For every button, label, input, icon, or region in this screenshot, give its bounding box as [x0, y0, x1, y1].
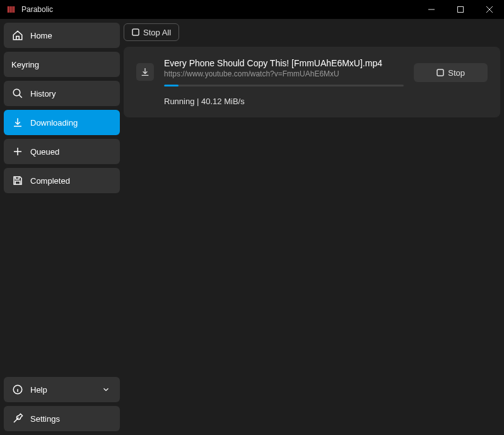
main-layout: Home Keyring History Downloading: [0, 19, 504, 435]
titlebar: Parabolic: [0, 0, 504, 19]
sidebar-item-label: Help: [30, 385, 47, 395]
download-title: Every Phone Should Copy This! [FmmUAhE6M…: [164, 58, 404, 68]
sidebar-item-label: Keyring: [11, 60, 39, 69]
svg-rect-8: [437, 69, 443, 76]
stop-all-label: Stop All: [143, 28, 171, 37]
sidebar-item-help[interactable]: Help: [4, 377, 120, 402]
sidebar-item-label: History: [30, 89, 56, 98]
stop-icon: [132, 28, 139, 36]
window-controls: [417, 0, 504, 19]
toolbar: Stop All: [124, 23, 500, 42]
minimize-button[interactable]: [417, 0, 446, 19]
download-status: Running | 40.12 MiB/s: [164, 97, 488, 106]
progress-fill: [164, 85, 179, 86]
home-icon: [11, 29, 24, 42]
sidebar-item-downloading[interactable]: Downloading: [4, 110, 120, 135]
svg-rect-0: [8, 6, 9, 13]
sidebar: Home Keyring History Downloading: [4, 23, 120, 431]
sidebar-item-home[interactable]: Home: [4, 23, 120, 48]
download-info: Every Phone Should Copy This! [FmmUAhE6M…: [164, 58, 404, 86]
stop-button[interactable]: Stop: [414, 63, 488, 82]
download-item-icon: [136, 63, 154, 81]
sidebar-nav: Home Keyring History Downloading: [4, 23, 120, 373]
app-icon: [6, 4, 16, 15]
content: Stop All Every Phone Should Copy This! […: [124, 23, 500, 431]
close-button[interactable]: [475, 0, 504, 19]
window-title: Parabolic: [21, 5, 417, 14]
maximize-button[interactable]: [446, 0, 475, 19]
search-icon: [11, 87, 24, 100]
sidebar-item-history[interactable]: History: [4, 81, 120, 106]
stop-all-button[interactable]: Stop All: [124, 23, 179, 41]
sidebar-item-queued[interactable]: Queued: [4, 139, 120, 164]
progress-bar: [164, 85, 404, 86]
svg-rect-1: [9, 6, 11, 13]
svg-rect-4: [458, 7, 464, 13]
sidebar-item-completed[interactable]: Completed: [4, 168, 120, 193]
sidebar-item-label: Home: [30, 31, 52, 40]
download-url: https://www.youtube.com/watch?v=FmmUAhE6…: [164, 69, 404, 78]
wrench-icon: [11, 412, 24, 425]
svg-rect-2: [11, 6, 13, 13]
save-icon: [11, 174, 24, 187]
sidebar-item-label: Completed: [30, 176, 70, 186]
svg-point-5: [13, 89, 20, 96]
info-icon: [11, 383, 24, 396]
download-actions: Stop: [414, 63, 488, 82]
sidebar-footer: Help Settings: [4, 377, 120, 431]
download-card: Every Phone Should Copy This! [FmmUAhE6M…: [124, 47, 500, 117]
stop-label: Stop: [448, 68, 465, 78]
download-icon: [11, 116, 24, 129]
sidebar-item-label: Downloading: [30, 118, 78, 128]
sidebar-item-keyring[interactable]: Keyring: [4, 52, 120, 77]
sidebar-item-label: Settings: [30, 414, 60, 424]
svg-rect-3: [13, 6, 15, 13]
stop-icon: [437, 69, 444, 76]
chevron-down-icon: [100, 383, 112, 396]
sidebar-item-settings[interactable]: Settings: [4, 406, 120, 431]
download-row: Every Phone Should Copy This! [FmmUAhE6M…: [136, 58, 488, 86]
sidebar-item-label: Queued: [30, 147, 59, 157]
plus-icon: [11, 145, 24, 158]
svg-rect-7: [132, 29, 139, 35]
